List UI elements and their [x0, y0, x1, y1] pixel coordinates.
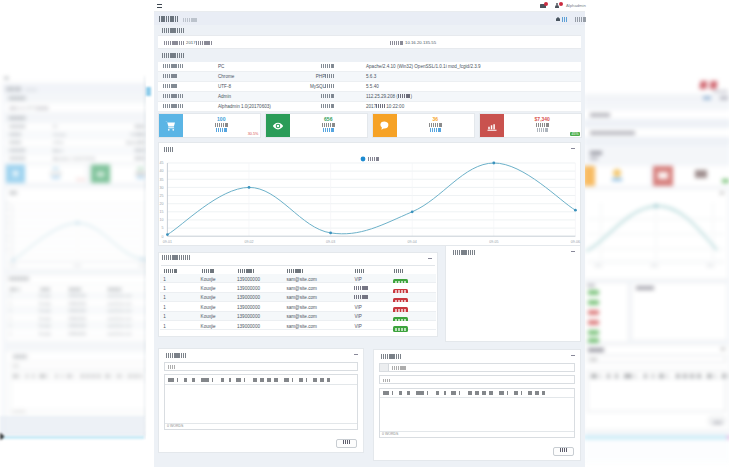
svg-text:09-02: 09-02 [244, 240, 253, 244]
svg-text:30: 30 [160, 186, 164, 190]
svg-text:40: 40 [160, 169, 164, 173]
svg-text:0: 0 [162, 235, 164, 239]
svg-text:09-03: 09-03 [326, 240, 335, 244]
svg-text:09-01: 09-01 [163, 240, 172, 244]
svg-text:09-0: 09-0 [595, 264, 602, 268]
svg-text:09-0: 09-0 [707, 264, 714, 268]
svg-text:09-05: 09-05 [489, 240, 498, 244]
svg-text:35: 35 [160, 178, 164, 182]
svg-text:09-0: 09-0 [651, 264, 658, 268]
svg-text:20: 20 [160, 202, 164, 206]
svg-text:25: 25 [160, 194, 164, 198]
svg-text:15: 15 [160, 210, 164, 214]
svg-text:10: 10 [160, 218, 164, 222]
svg-text:45: 45 [160, 161, 164, 165]
svg-text:09-04: 09-04 [408, 240, 417, 244]
svg-text:09-06: 09-06 [571, 240, 580, 244]
svg-text:5: 5 [162, 226, 164, 230]
